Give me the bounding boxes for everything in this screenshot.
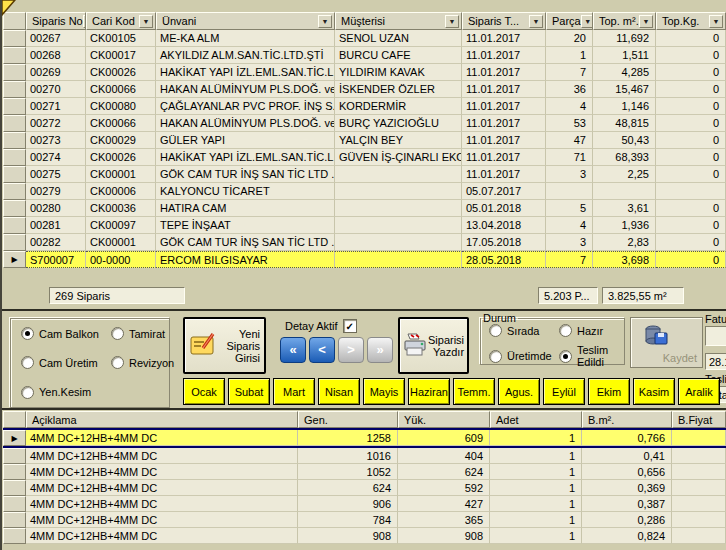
row-selector[interactable]: [3, 47, 26, 64]
month-button-haziran[interactable]: Haziran: [408, 378, 450, 405]
table-row[interactable]: 4MM DC+12HB+4MM DC90890810,824: [3, 528, 726, 544]
table-row[interactable]: 00271CK00080ÇAĞLAYANLAR PVC PROF. İNŞ S.…: [3, 98, 726, 115]
table-row[interactable]: 00269CK00026HAKİKAT YAPI İZL.EML.SAN.TİC…: [3, 64, 726, 81]
month-button-ocak[interactable]: Ocak: [183, 378, 225, 405]
row-selector[interactable]: [3, 149, 26, 166]
table-row[interactable]: 00279CK00006KALYONCU TİCARET05.07.2017: [3, 183, 726, 200]
row-selector[interactable]: [3, 98, 26, 115]
table-row[interactable]: ▶4MM DC+12HB+4MM DC125860910,766: [3, 428, 726, 448]
column-filter-dropdown-icon[interactable]: ▼: [709, 15, 723, 28]
row-selector[interactable]: [3, 480, 26, 496]
column-header-label: Ünvani: [162, 15, 196, 27]
row-selector[interactable]: [3, 528, 26, 544]
nav-prev-button[interactable]: <: [309, 337, 335, 363]
row-selector[interactable]: [3, 132, 26, 149]
column-header-parca[interactable]: Parça▼: [546, 12, 593, 30]
radio-label: Revizyon: [129, 357, 174, 369]
table-row[interactable]: 00267CK00105ME-KA ALMSENOL UZAN11.01.201…: [3, 30, 726, 47]
status-option-teslim-edildi[interactable]: Teslim Edildi: [559, 344, 624, 368]
month-button-temm[interactable]: Temm.: [453, 378, 495, 405]
table-row[interactable]: 00274CK00026HAKİKAT YAPI İZL.EML.SAN.TİC…: [3, 149, 726, 166]
row-selector[interactable]: [3, 217, 26, 234]
row-selector[interactable]: [3, 200, 26, 217]
column-header-yuk[interactable]: Yük.: [398, 411, 490, 428]
table-row[interactable]: ▶S70000700-0000ERCOM BILGISAYAR28.05.201…: [3, 251, 726, 268]
month-button-subat[interactable]: Subat: [228, 378, 270, 405]
nav-next-button[interactable]: >: [338, 337, 364, 363]
month-button-aralik[interactable]: Aralik: [678, 378, 720, 405]
column-filter-dropdown-icon[interactable]: ▼: [529, 15, 543, 28]
month-button-eyll[interactable]: Eylül: [543, 378, 585, 405]
status-option-haz-r[interactable]: Hazır: [559, 324, 624, 337]
order-type-yen-kesim[interactable]: Yen.Kesim: [21, 386, 111, 399]
nav-last-button[interactable]: »: [367, 337, 393, 363]
row-selector[interactable]: [3, 166, 26, 183]
detail-active-checkbox[interactable]: ✓: [343, 319, 357, 333]
column-header-sip[interactable]: Siparis No▼: [26, 12, 86, 30]
row-selector[interactable]: [3, 464, 26, 480]
order-type-tamirat[interactable]: Tamirat: [111, 327, 174, 340]
table-row[interactable]: 4MM DC+12HB+4MM DC62459210,369: [3, 480, 726, 496]
nav-first-button[interactable]: «: [280, 337, 306, 363]
table-row[interactable]: 4MM DC+12HB+4MM DC101640410,41: [3, 448, 726, 464]
print-order-button[interactable]: Siparisi Yazdır: [398, 317, 469, 374]
invoice-field[interactable]: [705, 326, 726, 346]
row-pointer-icon[interactable]: ▶: [3, 251, 26, 268]
row-selector[interactable]: [3, 81, 26, 98]
table-row[interactable]: 00282CK00001GÖK CAM TUR İNŞ SAN TİC LTD …: [3, 234, 726, 251]
table-row[interactable]: 4MM DC+12HB+4MM DC90642710,387: [3, 496, 726, 512]
table-row[interactable]: 00272CK00066HAKAN ALÜMİNYUM PLS.DOĞ. ve.…: [3, 115, 726, 132]
new-order-button[interactable]: Yeni Siparis Girisi: [183, 317, 266, 374]
table-row[interactable]: 00273CK00029GÜLER YAPIYALÇIN BEY11.01.20…: [3, 132, 726, 149]
column-header-musteri[interactable]: Müşterisi▼: [335, 12, 462, 30]
table-row[interactable]: 4MM DC+12HB+4MM DC105262410,656: [3, 464, 726, 480]
column-header-tarih[interactable]: Siparis T...▼: [462, 12, 546, 30]
row-selector[interactable]: [3, 496, 26, 512]
save-button[interactable]: Kaydet: [630, 317, 703, 368]
table-row[interactable]: 00270CK00066HAKAN ALÜMİNYUM PLS.DOĞ. ve.…: [3, 81, 726, 98]
row-selector[interactable]: [3, 512, 26, 528]
column-filter-dropdown-icon[interactable]: ▼: [639, 15, 653, 28]
column-header-gen[interactable]: Gen.: [298, 411, 398, 428]
status-option-s-rada[interactable]: Sırada: [489, 324, 559, 337]
column-filter-dropdown-icon[interactable]: ▼: [581, 15, 593, 28]
month-button-ekim[interactable]: Ekim: [588, 378, 630, 405]
column-header-cari[interactable]: Cari Kod▼: [86, 12, 156, 30]
column-filter-dropdown-icon[interactable]: ▼: [139, 15, 153, 28]
month-button-mart[interactable]: Mart: [273, 378, 315, 405]
cell-parca: 53: [546, 115, 593, 132]
column-header-bm2[interactable]: B.m².: [582, 411, 672, 428]
row-selector[interactable]: [3, 448, 26, 464]
order-type-cam-balkon[interactable]: Cam Balkon: [21, 327, 111, 340]
column-filter-dropdown-icon[interactable]: ▼: [318, 15, 332, 28]
column-filter-dropdown-icon[interactable]: ▼: [445, 15, 459, 28]
invoice-date-field[interactable]: 28.11: [705, 353, 726, 370]
row-pointer-icon[interactable]: ▶: [3, 430, 26, 446]
row-selector[interactable]: [3, 30, 26, 47]
radio-label: Hazır: [577, 325, 603, 337]
column-header-unvani[interactable]: Ünvani▼: [156, 12, 335, 30]
column-header-adet[interactable]: Adet: [490, 411, 582, 428]
row-selector[interactable]: [3, 115, 26, 132]
month-button-kasim[interactable]: Kasim: [633, 378, 675, 405]
table-row[interactable]: 00275CK00001GÖK CAM TUR İNŞ SAN TİC LTD …: [3, 166, 726, 183]
row-selector[interactable]: [3, 64, 26, 81]
row-selector[interactable]: [3, 183, 26, 200]
table-row[interactable]: 00268CK00017AKYILDIZ ALM.SAN.TİC.LTD.ŞTİ…: [3, 47, 726, 64]
month-button-mayis[interactable]: Mayis: [363, 378, 405, 405]
column-header-topm2[interactable]: Top. m².▼: [593, 12, 656, 30]
table-row[interactable]: 00280CK00036HATIRA CAM05.01.201853,610: [3, 200, 726, 217]
row-selector[interactable]: [3, 234, 26, 251]
month-button-agus[interactable]: Agus.: [498, 378, 540, 405]
status-option--retimde[interactable]: Üretimde: [489, 344, 559, 368]
column-header-topkg[interactable]: Top.Kg.▼: [656, 12, 726, 30]
table-row[interactable]: 4MM DC+12HB+4MM DC78436510,286: [3, 512, 726, 528]
column-header-bfiyat[interactable]: B.Fiyat: [672, 411, 726, 428]
order-type-cam-retim[interactable]: Cam Üretim: [21, 356, 111, 369]
order-type-revizyon[interactable]: Revizyon: [111, 356, 174, 369]
month-button-nisan[interactable]: Nisan: [318, 378, 360, 405]
column-header-acik[interactable]: Açiklama: [26, 411, 298, 428]
table-row[interactable]: 00281CK00097TEPE İNŞAAT13.04.201841,9360: [3, 217, 726, 234]
cell-unvani: HAKİKAT YAPI İZL.EML.SAN.TİC.L...: [156, 149, 335, 166]
cell-bm2: 0,286: [582, 512, 672, 528]
